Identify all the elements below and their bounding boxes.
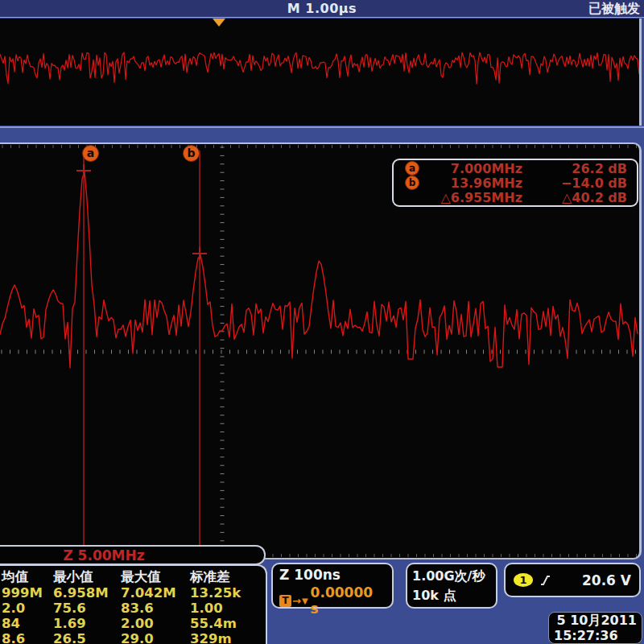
- measurement-row: 841.692.0055.4m: [2, 616, 266, 631]
- trigger-position-icon: [213, 19, 225, 27]
- measurement-header: 最小值: [53, 568, 121, 585]
- delta-level: △40.2 dB: [562, 190, 637, 205]
- measurement-value: 7.042M: [121, 585, 190, 601]
- time-label: 15:27:36: [554, 628, 637, 643]
- cursor-b-frequency: 13.96MHz: [419, 175, 522, 191]
- cursor-b-row: b 13.96MHz −14.0 dB: [394, 175, 637, 190]
- trigger-delay-row: T → ▼ 0.00000 s: [279, 584, 386, 617]
- cursor-a-icon: a: [405, 161, 419, 175]
- measurement-value: 1.69: [53, 616, 121, 631]
- time-domain-trace: [0, 19, 639, 126]
- measurement-value: 29.0: [121, 631, 190, 644]
- trigger-status: 已被触发: [588, 1, 640, 18]
- cursor-b-badge[interactable]: b: [183, 145, 200, 162]
- cursor-a-badge[interactable]: a: [82, 145, 99, 162]
- measurement-value: 13.25k: [190, 585, 262, 601]
- measurement-value: 2.0: [2, 601, 53, 616]
- record-length: 10k 点: [412, 586, 491, 605]
- measurement-value: 329m: [190, 631, 262, 644]
- delta-frequency: △6.955MHz: [419, 190, 522, 205]
- measurement-header: 最大值: [121, 568, 190, 585]
- horizontal-status-box: Z 100ns T → ▼ 0.00000 s: [271, 563, 394, 609]
- measurement-header-row: 均值最小值最大值标准差: [2, 568, 266, 585]
- measurement-row: 8.626.529.0329m: [2, 631, 266, 644]
- measurement-value: 2.00: [121, 616, 190, 631]
- date-label: 5 10月2011: [554, 613, 637, 628]
- channel-1-badge: 1: [514, 573, 533, 587]
- measurement-header: 标准差: [190, 568, 262, 585]
- top-status-bar: M 1.00μs 已被触发: [0, 0, 644, 18]
- sample-rate: 1.00G次/秒: [412, 567, 491, 586]
- rising-edge-icon: [540, 574, 551, 587]
- cursor-b-icon: b: [405, 175, 419, 190]
- zoom-timebase: Z 100ns: [279, 567, 386, 583]
- measurement-value: 999M: [2, 585, 53, 601]
- measurement-value: 84: [2, 616, 53, 631]
- cursor-b-level: −14.0 dB: [561, 175, 637, 191]
- measurement-row: 2.075.683.61.00: [2, 601, 266, 616]
- measurement-value: 55.4m: [190, 616, 262, 631]
- measurement-value: 83.6: [121, 601, 190, 616]
- measurement-value: 8.6: [2, 631, 53, 644]
- oscilloscope-screen: M 1.00μs 已被触发 a b a 7.000MHz 26.2 dB b 1…: [0, 0, 644, 644]
- time-domain-window: [0, 19, 642, 126]
- measurement-value: 26.5: [53, 631, 121, 644]
- trigger-level: 20.6 V: [582, 572, 631, 588]
- timebase-readout: M 1.00μs: [0, 1, 644, 16]
- measurement-row: 999M6.958M7.042M13.25k: [2, 585, 266, 601]
- fft-scale-label: Z 5.00MHz: [0, 547, 264, 564]
- measurement-value: 1.00: [190, 601, 262, 616]
- acquisition-status-box: 1.00G次/秒 10k 点: [406, 563, 497, 609]
- cursor-readout-box: a 7.000MHz 26.2 dB b 13.96MHz −14.0 dB △…: [392, 159, 638, 207]
- cursor-a-frequency: 7.000MHz: [419, 161, 522, 176]
- datetime-box: 5 10月2011 15:27:36: [548, 612, 642, 644]
- measurement-header: 均值: [2, 568, 53, 585]
- fft-scale-box: Z 5.00MHz: [0, 545, 266, 565]
- measurement-value: 6.958M: [53, 585, 121, 601]
- window-separator: [0, 126, 644, 128]
- trigger-position-value: 0.00000 s: [311, 584, 386, 617]
- marker-triangle-icon: ▼: [302, 597, 308, 605]
- arrow-icon: →: [292, 595, 301, 607]
- cursor-a-level: 26.2 dB: [572, 161, 637, 176]
- trigger-t-icon: T: [279, 595, 291, 607]
- cursor-delta-row: △6.955MHz △40.2 dB: [394, 190, 637, 204]
- measurement-table: 均值最小值最大值标准差999M6.958M7.042M13.25k2.075.6…: [0, 564, 267, 644]
- cursor-a-row: a 7.000MHz 26.2 dB: [394, 161, 637, 175]
- trigger-status-box: 1 20.6 V: [504, 563, 641, 597]
- measurement-value: 75.6: [53, 601, 121, 616]
- fft-spectrum-window: a b a 7.000MHz 26.2 dB b 13.96MHz −14.0 …: [0, 142, 642, 559]
